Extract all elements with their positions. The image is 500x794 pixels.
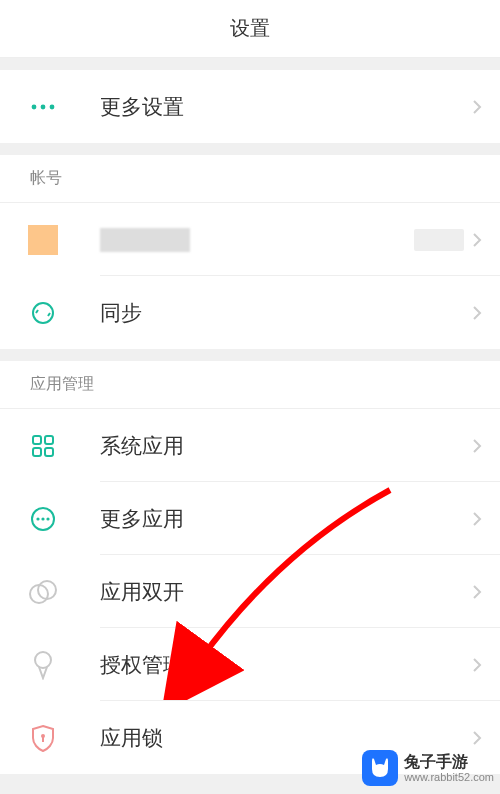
chevron-right-icon [472, 305, 482, 321]
row-label: 更多应用 [100, 505, 472, 533]
page-header: 设置 [0, 0, 500, 58]
svg-point-0 [32, 104, 37, 109]
svg-point-10 [41, 517, 44, 520]
row-more-settings[interactable]: 更多设置 [0, 70, 500, 143]
chevron-right-icon [472, 657, 482, 673]
row-more-apps[interactable]: 更多应用 [0, 482, 500, 555]
section-header-apps: 应用管理 [0, 361, 500, 409]
section-gap [0, 58, 500, 70]
section-apps: 应用管理 系统应用 更多应用 应用双开 授权管理 [0, 361, 500, 774]
account-value-blur [414, 229, 464, 251]
svg-rect-6 [33, 448, 41, 456]
svg-point-1 [41, 104, 46, 109]
svg-rect-4 [33, 436, 41, 444]
row-label: 应用双开 [100, 578, 472, 606]
row-label: 同步 [100, 299, 472, 327]
svg-rect-16 [42, 737, 44, 742]
row-label: 应用锁 [100, 724, 472, 752]
watermark: 兔子手游 www.rabbit52.com [362, 750, 494, 786]
chevron-right-icon [472, 438, 482, 454]
row-label: 更多设置 [100, 93, 472, 121]
sync-icon [28, 298, 58, 328]
section-header-account: 帐号 [0, 155, 500, 203]
row-label: 授权管理 [100, 651, 472, 679]
chevron-right-icon [472, 730, 482, 746]
svg-rect-7 [45, 448, 53, 456]
row-system-apps[interactable]: 系统应用 [0, 409, 500, 482]
grid-icon [28, 431, 58, 461]
svg-rect-5 [45, 436, 53, 444]
row-dual-apps[interactable]: 应用双开 [0, 555, 500, 628]
permissions-icon [28, 650, 58, 680]
section-top: 更多设置 [0, 70, 500, 143]
chevron-right-icon [472, 511, 482, 527]
section-gap [0, 143, 500, 155]
row-account[interactable] [0, 203, 500, 276]
row-sync[interactable]: 同步 [0, 276, 500, 349]
shield-lock-icon [28, 723, 58, 753]
row-permissions[interactable]: 授权管理 [0, 628, 500, 701]
watermark-logo-icon [362, 750, 398, 786]
page-title: 设置 [230, 15, 270, 42]
dual-apps-icon [28, 577, 58, 607]
svg-point-9 [36, 517, 39, 520]
watermark-url: www.rabbit52.com [404, 771, 494, 783]
row-label: 系统应用 [100, 432, 472, 460]
row-label [100, 228, 414, 252]
section-account: 帐号 同步 [0, 155, 500, 349]
more-icon [28, 92, 58, 122]
section-gap [0, 349, 500, 361]
chevron-right-icon [472, 99, 482, 115]
svg-point-11 [46, 517, 49, 520]
more-apps-icon [28, 504, 58, 534]
chevron-right-icon [472, 584, 482, 600]
svg-point-2 [50, 104, 55, 109]
watermark-title: 兔子手游 [404, 753, 494, 771]
svg-point-14 [35, 652, 51, 668]
avatar-icon [28, 225, 58, 255]
chevron-right-icon [472, 232, 482, 248]
